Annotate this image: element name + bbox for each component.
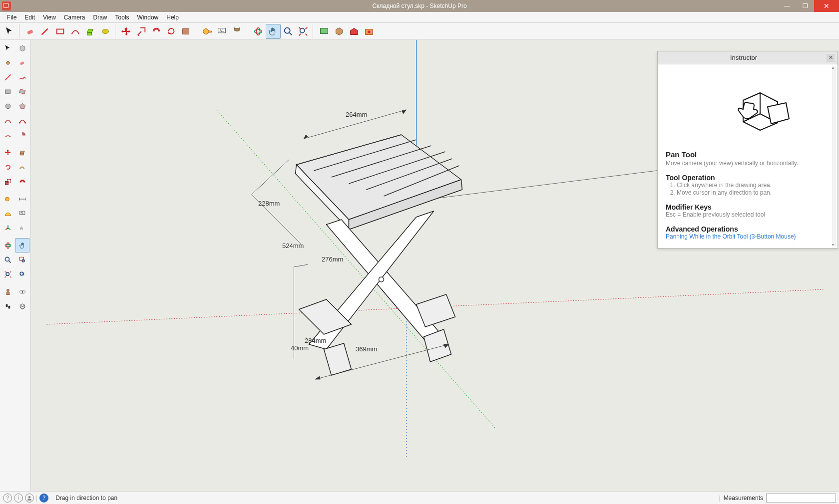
dimension-label: 276mm — [322, 255, 343, 263]
status-info-icon[interactable]: i — [14, 494, 23, 503]
circle-icon[interactable] — [1, 99, 15, 113]
paintbucket-tool-icon[interactable] — [98, 24, 113, 39]
menu-view[interactable]: View — [39, 13, 60, 22]
toolbar-left: A1 A — [0, 40, 31, 491]
rectangle-icon[interactable] — [1, 84, 15, 99]
zoomwindow-icon[interactable] — [15, 252, 30, 267]
dimension-label: 284mm — [305, 337, 326, 344]
extensions-tool-icon[interactable] — [362, 24, 377, 39]
svg-rect-12 — [321, 28, 328, 33]
svg-point-2 — [102, 29, 109, 33]
menu-tools[interactable]: Tools — [111, 13, 133, 22]
status-geolocation-icon[interactable]: ? — [39, 494, 48, 503]
move-icon[interactable] — [1, 145, 15, 160]
positioncamera-icon[interactable] — [1, 284, 15, 299]
protractor-icon[interactable] — [1, 206, 15, 221]
svg-rect-17 — [19, 89, 25, 94]
menu-file[interactable]: File — [3, 13, 20, 22]
zoomextents2-icon[interactable] — [1, 267, 15, 281]
scale-tool-icon[interactable] — [134, 24, 149, 39]
move-tool-icon[interactable] — [119, 24, 134, 39]
makecomponent-icon[interactable] — [15, 41, 30, 55]
3dtext-icon[interactable]: A — [15, 221, 30, 235]
svg-marker-46 — [324, 343, 352, 375]
lookaround-icon[interactable] — [15, 284, 30, 299]
menu-edit[interactable]: Edit — [20, 13, 39, 22]
pie-icon[interactable] — [15, 128, 30, 142]
svg-marker-41 — [297, 135, 461, 220]
pencil-tool-icon[interactable] — [38, 24, 53, 39]
status-hint-text: Drag in direction to pan — [55, 495, 117, 502]
rotrectangle-icon[interactable] — [15, 84, 30, 99]
close-button[interactable]: ✕ — [814, 0, 839, 12]
pushpull-icon[interactable] — [15, 145, 30, 160]
zoom-tool-icon[interactable] — [281, 24, 296, 39]
followme-icon[interactable] — [15, 160, 30, 174]
sectionplane-icon[interactable] — [15, 299, 30, 313]
freehand-icon[interactable] — [15, 70, 30, 84]
zoom-icon[interactable] — [1, 252, 15, 267]
svg-point-50 — [379, 277, 384, 282]
text-icon[interactable]: A1 — [15, 206, 30, 221]
minimize-button[interactable]: — — [778, 0, 796, 12]
arc-icon[interactable] — [1, 113, 15, 128]
instructor-advops-heading: Advanced Operations — [666, 225, 830, 233]
pan-tool-icon[interactable] — [266, 24, 281, 39]
status-user-icon[interactable] — [25, 494, 34, 503]
svg-point-37 — [21, 291, 23, 292]
pan-icon[interactable] — [15, 238, 30, 252]
menu-help[interactable]: Help — [162, 13, 183, 22]
instructor-advops-link[interactable]: Panning While in the Orbit Tool (3-Butto… — [666, 233, 830, 240]
svg-point-38 — [6, 304, 8, 307]
followme-tool-icon[interactable] — [179, 24, 194, 39]
measurements-input[interactable] — [766, 494, 836, 503]
measurements-label: Measurements — [724, 495, 763, 502]
svg-point-24 — [5, 197, 9, 201]
paint-tool-icon[interactable] — [230, 24, 245, 39]
orbit-tool-icon[interactable] — [251, 24, 266, 39]
line-icon[interactable] — [1, 70, 15, 84]
svg-point-53 — [28, 496, 30, 498]
offset-icon[interactable] — [15, 174, 30, 189]
zoomextents-tool-icon[interactable] — [296, 24, 311, 39]
previous-icon[interactable] — [15, 267, 30, 281]
tape-icon[interactable] — [1, 192, 15, 206]
eraser-icon[interactable] — [15, 55, 30, 70]
dimension-label: 524mm — [282, 242, 304, 250]
maximize-button[interactable]: ❐ — [796, 0, 814, 12]
status-help-icon[interactable]: ? — [3, 494, 12, 503]
scale-icon[interactable] — [1, 174, 15, 189]
titlebar: Складной стул.skp - SketchUp Pro — ❐ ✕ — [0, 0, 839, 12]
arc2point-icon[interactable] — [15, 113, 30, 128]
instructor-operation-heading: Tool Operation — [666, 174, 830, 182]
rectangle-tool-icon[interactable] — [53, 24, 68, 39]
instructor-close-icon[interactable]: ✕ — [827, 54, 835, 62]
statusbar: ? i | ? Drag in direction to pan | Measu… — [0, 491, 839, 504]
pushpull-tool-icon[interactable] — [83, 24, 98, 39]
menu-camera[interactable]: Camera — [60, 13, 89, 22]
dimension-icon[interactable] — [15, 192, 30, 206]
menu-window[interactable]: Window — [133, 13, 163, 22]
text-tool-icon[interactable]: A1 — [215, 24, 230, 39]
eraser-tool-icon[interactable] — [23, 24, 38, 39]
tapemeasure-tool-icon[interactable] — [200, 24, 215, 39]
polygon-icon[interactable] — [15, 99, 30, 113]
viewport[interactable]: 264mm 228mm 524mm 276mm 284mm 40mm 369mm… — [31, 40, 839, 491]
menu-draw[interactable]: Draw — [89, 13, 111, 22]
orbit-icon[interactable] — [1, 238, 15, 252]
select-icon[interactable] — [1, 41, 15, 55]
axes-icon[interactable] — [1, 221, 15, 235]
arc3point-icon[interactable] — [1, 128, 15, 142]
instructor-scrollbar[interactable] — [832, 66, 836, 246]
rotate-tool-icon[interactable] — [164, 24, 179, 39]
select-tool-icon[interactable] — [2, 24, 17, 39]
walk-icon[interactable] — [1, 299, 15, 313]
paintbucket-icon[interactable] — [1, 55, 15, 70]
instructor-header[interactable]: Instructor ✕ — [658, 51, 838, 64]
arc-tool-icon[interactable] — [68, 24, 83, 39]
getmodels-tool-icon[interactable] — [332, 24, 347, 39]
addlocation-tool-icon[interactable] — [317, 24, 332, 39]
rotate-icon[interactable] — [1, 160, 15, 174]
offset-tool-icon[interactable] — [149, 24, 164, 39]
3dwarehouse-tool-icon[interactable] — [347, 24, 362, 39]
